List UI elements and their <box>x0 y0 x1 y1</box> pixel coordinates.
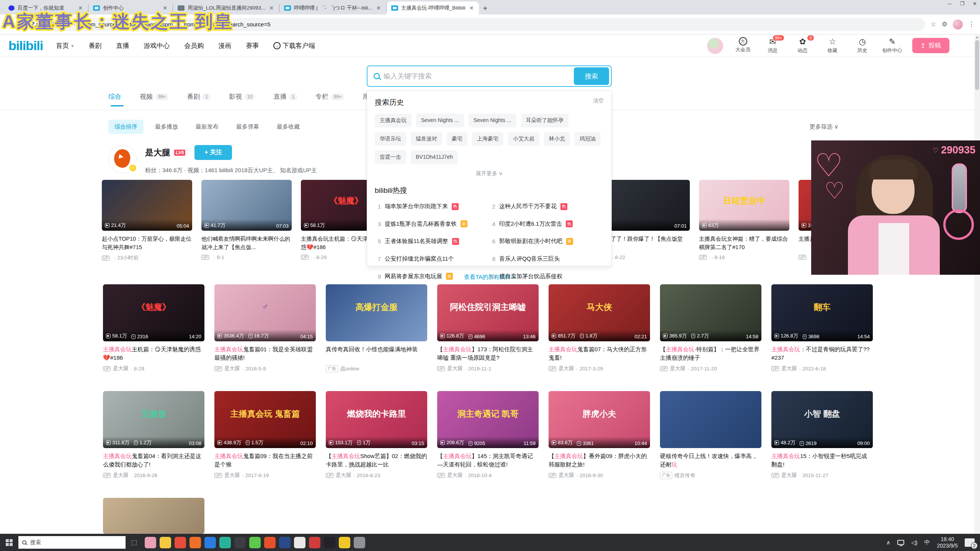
taskbar-app-icon-8[interactable] <box>249 537 261 548</box>
video-card[interactable]: 小智 翻盘 ▶48.2万 ≡2619 09:00 主播真会玩15：小智锐雯一秒5… <box>771 391 873 479</box>
uploader-name[interactable]: 是大腿 <box>559 365 574 372</box>
video-thumbnail[interactable]: 燃烧我的卡路里 ▶153.1万 ≡1万 03:15 <box>326 391 427 448</box>
video-card[interactable]: 日站営业中 ▶63万 ≡ 主播真会玩女神篇：糟了，要成综合棋牌第二名了#170 … <box>699 180 789 260</box>
video-thumbnail[interactable]: 马大侠 ▶851.7万 ≡1.8万 02:21 <box>549 284 650 341</box>
bilibili-logo[interactable]: bilibili <box>8 38 43 53</box>
video-card[interactable]: 《魅魔》 ▶58.1万 ≡2316 14:20 主播真会玩主机篇：😏天津魅魔的诱… <box>103 284 204 372</box>
hot-search-item[interactable]: 8音乐人评QQ音乐三巨头 <box>489 250 604 268</box>
video-title[interactable]: 主播真会玩女神篇：糟了，要成综合棋牌第二名了#170 <box>699 235 789 251</box>
uploader-name[interactable]: 是大腿 <box>447 365 463 372</box>
history-tag[interactable]: 上海豪宅 <box>472 132 503 146</box>
browser-profile-avatar[interactable] <box>953 20 963 29</box>
taskbar-app-icon-3[interactable] <box>175 537 186 548</box>
video-thumbnail[interactable] <box>103 498 204 534</box>
taskbar-clock[interactable]: 18:40 2023/9/5 <box>937 536 958 549</box>
video-card[interactable]: ♂ ▶3536.4万 ≡16.7万 04:15 主播真会玩鬼畜篇01：我是全英雄… <box>214 284 316 372</box>
history-tag[interactable]: Seven Nights ... <box>416 114 464 127</box>
video-title[interactable]: 主播真会玩鬼畜篇07：马大侠的正方形鬼畜! <box>549 345 650 362</box>
header-icon-收藏[interactable]: ☆收藏 <box>823 37 843 54</box>
video-title[interactable]: 主播真会玩15：小智锐雯一秒5吼完成翻盘! <box>771 452 873 469</box>
tab-close-icon[interactable]: ✕ <box>469 5 475 11</box>
video-thumbnail[interactable]: ▶ ≡ 07:01 <box>599 180 690 231</box>
ime-indicator[interactable]: 中 <box>924 539 930 546</box>
video-title[interactable]: 主播真会玩主机篇：😏天津魅魔的诱惑💔#186 <box>103 345 204 362</box>
video-thumbnail[interactable]: 日站営业中 ▶63万 ≡ <box>699 180 789 231</box>
taskbar-app-icon-12[interactable] <box>309 537 320 548</box>
uploader-name[interactable]: 是大腿 <box>336 472 351 479</box>
uploader-name[interactable]: 是大腿 <box>224 365 240 372</box>
video-thumbnail[interactable]: 高爆打金服 ▶ ≡ <box>326 284 427 341</box>
header-nav-首页[interactable]: 首页∨ <box>56 41 74 50</box>
hot-search-item[interactable]: 4印度2小时遭6.1万次雷击热 <box>489 215 604 233</box>
sort-最多弹幕[interactable]: 最多弹幕 <box>230 120 265 134</box>
taskbar-app-icon-6[interactable] <box>219 537 231 548</box>
video-card[interactable]: 高爆打金服 ▶ ≡ 真传奇真回收！小怪也能爆满地神装 UP 广告 战online <box>326 284 427 372</box>
taskbar-app-icon-9[interactable] <box>264 537 276 548</box>
video-title[interactable]: 主播真会玩鬼畜篇01：我是全英雄联盟最骚的骚猪! <box>214 345 316 362</box>
video-thumbnail[interactable]: 翻车 ▶126.8万 ≡3698 14:54 <box>771 284 873 341</box>
video-card[interactable]: 胖虎小夫 ▶83.6万 ≡3361 10:44 【主播真会玩】番外篇09：胖虎小… <box>549 391 650 479</box>
video-card[interactable]: 翻车 ▶126.8万 ≡3698 14:54 主播真会玩：不过是青铜的玩具罢了?… <box>771 284 873 372</box>
video-thumbnail[interactable]: 小智 翻盘 ▶48.2万 ≡2619 09:00 <box>771 391 873 448</box>
video-title[interactable]: 硬核传奇今日上线！攻速快，爆率高，还耐玩 <box>660 452 761 469</box>
history-tag[interactable]: 林小北 <box>544 132 570 146</box>
video-card[interactable]: ▶21.4万 ≡ 05:04 起小点TOP10：万箭穿心，极限走位与死神共舞#7… <box>102 180 192 261</box>
video-title[interactable]: 【主播真会玩】173：阿松住院引洞主唏嘘 重病一场原因竟是? <box>437 345 539 362</box>
hot-search-item[interactable]: 2这种人民币千万不要花热 <box>489 198 604 215</box>
hot-search-item[interactable]: 10擅自卖加茅台饮品系侵权 <box>489 267 604 285</box>
taskbar-app-icon-13[interactable] <box>324 537 335 548</box>
hot-search-item[interactable]: 6郭敬明新剧在演小时代吧新 <box>489 233 604 250</box>
taskbar-app-icon-15[interactable] <box>354 537 365 548</box>
tab-直播[interactable]: 直播1 <box>273 92 297 106</box>
more-filter-button[interactable]: 更多筛选 ∨ <box>810 123 838 130</box>
header-icon-创作中心[interactable]: ✎创作中心 <box>882 37 902 54</box>
uploader-name[interactable]: 是大腿 <box>781 365 797 372</box>
history-tag[interactable]: 主播真会玩 <box>375 114 412 127</box>
video-thumbnail[interactable]: 洞主奇遇记 凯哥 ▶209.6万 ≡9205 11:59 <box>437 391 539 448</box>
follow-button[interactable]: + 关注 <box>194 145 232 160</box>
video-title[interactable]: 【主播真会玩·特别篇】：一把让全世界主播崩溃的锤子 <box>660 345 761 362</box>
taskbar-app-icon-5[interactable] <box>204 537 216 548</box>
tab-close-icon[interactable]: ✕ <box>376 5 382 11</box>
clear-history-button[interactable]: 清空 <box>593 98 604 108</box>
browser-tab[interactable]: 哔哩哔哩 ( ゜- ゜)つロ 干杯~-bili... ✕ <box>279 2 386 15</box>
sort-最多收藏[interactable]: 最多收藏 <box>271 120 306 134</box>
header-nav-下载客户端[interactable]: ↓下载客户端 <box>273 41 315 50</box>
video-card[interactable]: 燃烧我的卡路里 ▶153.1万 ≡1万 03:15 【主播真会玩Show艺篇】0… <box>326 391 427 479</box>
video-card[interactable]: ▶41.7万 ≡ 07:03 他们喊着友情啊羁绊啊未来啊什么的就冲上来了【焦点饭… <box>201 180 292 260</box>
taskbar-app-icon-14[interactable] <box>339 537 350 548</box>
bookmark-star-icon[interactable]: ☆ <box>931 20 936 28</box>
header-icon-历史[interactable]: ◷历史 <box>853 37 872 54</box>
taskbar-search-box[interactable]: 搜索 <box>18 536 126 549</box>
video-thumbnail[interactable]: 主播真会玩 鬼畜篇 ▶438.9万 ≡1.5万 02:10 <box>214 391 316 448</box>
taskbar-app-icon-10[interactable] <box>279 537 291 548</box>
history-tag[interactable]: 小艾大叔 <box>508 132 539 146</box>
video-card[interactable]: 见傻放 ▶311.8万 ≡1.2万 03:08 主播真会玩鬼畜篇04：看到洞主还… <box>103 391 204 479</box>
header-nav-游戏中心[interactable]: 游戏中心 <box>144 41 170 50</box>
uploader-name[interactable]: 是大腿 <box>781 472 797 479</box>
uploader-name[interactable]: 是大腿 <box>113 472 129 479</box>
video-title[interactable]: 主播真会玩鬼畜篇04：看到洞主还是这么傻我们都放心了! <box>103 452 204 469</box>
tab-close-icon[interactable]: ✕ <box>268 5 274 11</box>
video-thumbnail[interactable]: ▶ ≡ <box>660 391 761 448</box>
history-tag[interactable]: 豪宅 <box>447 132 467 146</box>
uploader-name[interactable]: 战online <box>340 365 359 372</box>
video-title[interactable]: 【主播真会玩Show艺篇】02：燃烧我的卡路里，挑战超越比一比 <box>326 452 427 469</box>
video-thumbnail[interactable]: 阿松住院引洞主唏嘘 ▶126.8万 ≡4696 13:46 <box>437 284 539 341</box>
tab-专栏[interactable]: 专栏99+ <box>315 92 344 106</box>
video-thumbnail[interactable]: 见傻放 ▶311.8万 ≡1.2万 03:08 <box>103 391 204 448</box>
taskbar-app-icon-4[interactable] <box>189 537 201 548</box>
scrollbar-thumb[interactable] <box>975 40 979 90</box>
page-scrollbar[interactable]: ▲ <box>974 35 980 534</box>
up-avatar[interactable]: ⚡ <box>108 145 137 173</box>
video-card[interactable]: 洞主奇遇记 凯哥 ▶209.6万 ≡9205 11:59 【主播真会玩】145：… <box>437 391 539 479</box>
video-thumbnail[interactable]: ♂ ▶3536.4万 ≡16.7万 04:15 <box>214 284 316 341</box>
taskbar-app-icon-1[interactable] <box>145 537 156 548</box>
window-minimize-button[interactable]: ─ <box>948 1 951 7</box>
video-thumbnail[interactable]: 胖虎小夫 ▶83.6万 ≡3361 10:44 <box>549 391 650 448</box>
header-nav-番剧[interactable]: 番剧 <box>88 41 101 50</box>
up-name[interactable]: 是大腿 LV6 + 关注 <box>145 145 317 160</box>
volume-icon[interactable]: ◁) <box>911 539 918 546</box>
history-tag[interactable]: 鸡冠油 <box>575 132 601 146</box>
tab-番剧[interactable]: 番剧1 <box>187 92 211 106</box>
